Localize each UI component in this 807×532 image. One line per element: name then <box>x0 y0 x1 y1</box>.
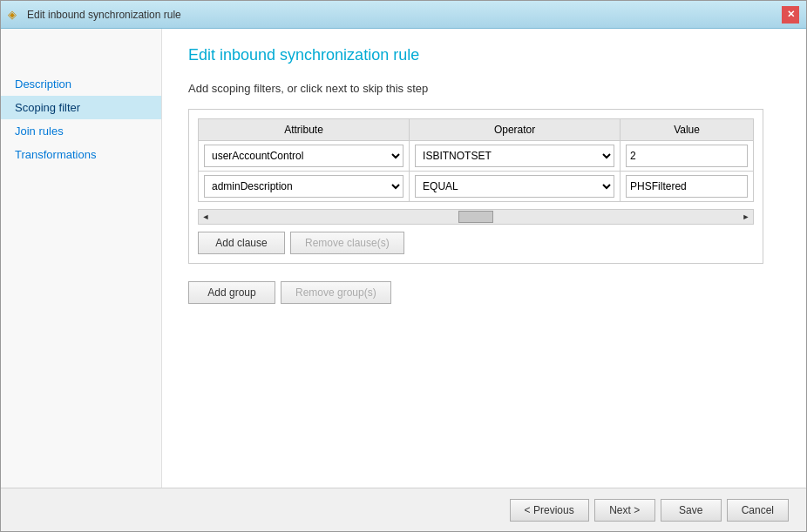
footer: < Previous Next > Save Cancel <box>1 488 806 531</box>
main-content: Edit inbound synchronization rule Add sc… <box>162 29 806 488</box>
group-buttons: Add group Remove group(s) <box>188 281 780 304</box>
filter-table: Attribute Operator Value userAccountCont… <box>198 118 754 202</box>
add-clause-button[interactable]: Add clause <box>198 232 285 254</box>
row2-operator-cell: EQUAL ISBITNOTSET <box>410 172 621 202</box>
row1-attribute-cell: userAccountControl adminDescription <box>199 141 410 172</box>
sidebar-item-scoping-filter[interactable]: Scoping filter <box>1 96 161 119</box>
main-window: ◈ Edit inbound synchronization rule ✕ De… <box>0 0 807 532</box>
col-header-value: Value <box>621 119 754 141</box>
window-icon: ◈ <box>8 8 22 22</box>
row1-attribute-select[interactable]: userAccountControl adminDescription <box>204 145 404 167</box>
sidebar-item-description[interactable]: Description <box>1 72 161 96</box>
filter-box: Attribute Operator Value userAccountCont… <box>188 109 763 264</box>
sidebar: Description Scoping filter Join rules Tr… <box>1 29 162 488</box>
row2-attribute-cell: adminDescription userAccountControl <box>199 172 410 202</box>
clause-buttons: Add clause Remove clause(s) <box>198 232 754 254</box>
close-button[interactable]: ✕ <box>782 6 799 24</box>
horizontal-scrollbar: ◄ ► <box>198 209 754 225</box>
scroll-left-button[interactable]: ◄ <box>199 210 213 224</box>
previous-button[interactable]: < Previous <box>510 499 589 522</box>
col-header-attribute: Attribute <box>199 119 410 141</box>
row1-operator-select[interactable]: ISBITNOTSET EQUAL <box>415 145 614 167</box>
row2-value-cell <box>621 172 754 202</box>
scroll-right-button[interactable]: ► <box>739 210 753 224</box>
scroll-track <box>213 210 739 224</box>
sidebar-item-join-rules[interactable]: Join rules <box>1 119 161 143</box>
table-row: userAccountControl adminDescription ISBI… <box>199 141 754 172</box>
sidebar-item-transformations[interactable]: Transformations <box>1 143 161 166</box>
window-title: Edit inbound synchronization rule <box>27 9 181 21</box>
save-button[interactable]: Save <box>661 499 722 522</box>
page-title: Edit inbound synchronization rule <box>188 46 780 64</box>
row1-value-input[interactable] <box>626 145 748 167</box>
title-bar-left: ◈ Edit inbound synchronization rule <box>8 8 181 22</box>
content-area: Description Scoping filter Join rules Tr… <box>1 29 806 488</box>
instruction-text: Add scoping filters, or click next to sk… <box>188 82 780 95</box>
next-button[interactable]: Next > <box>594 499 655 522</box>
table-row: adminDescription userAccountControl EQUA… <box>199 172 754 202</box>
row1-value-cell <box>621 141 754 172</box>
remove-clauses-button[interactable]: Remove clause(s) <box>290 232 404 254</box>
row1-operator-cell: ISBITNOTSET EQUAL <box>410 141 621 172</box>
row2-attribute-select[interactable]: adminDescription userAccountControl <box>204 175 404 198</box>
scroll-thumb[interactable] <box>458 211 493 223</box>
col-header-operator: Operator <box>410 119 621 141</box>
add-group-button[interactable]: Add group <box>188 281 275 304</box>
remove-groups-button[interactable]: Remove group(s) <box>281 281 391 304</box>
title-bar: ◈ Edit inbound synchronization rule ✕ <box>1 1 806 29</box>
cancel-button[interactable]: Cancel <box>727 499 789 522</box>
row2-operator-select[interactable]: EQUAL ISBITNOTSET <box>415 175 614 198</box>
row2-value-input[interactable] <box>626 175 748 198</box>
